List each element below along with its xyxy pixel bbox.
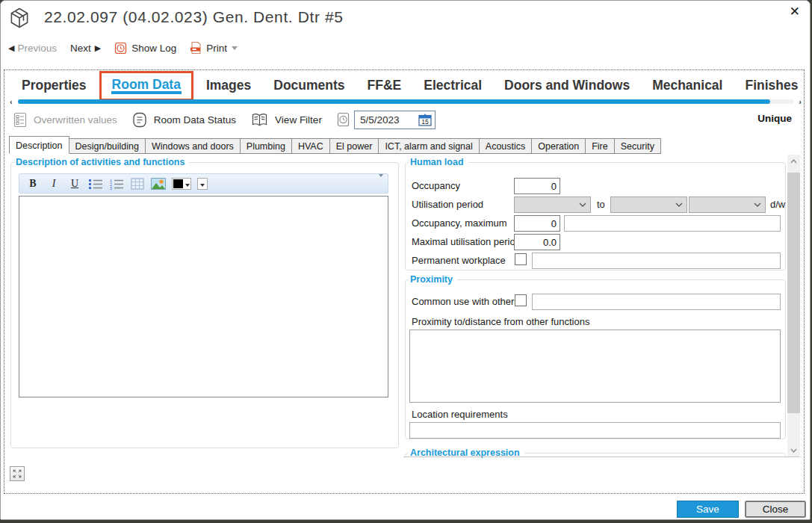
print-label: Print <box>206 43 227 54</box>
utilisation-days-select[interactable] <box>689 196 766 213</box>
numbered-list-icon[interactable]: 1 2 3 <box>108 176 125 192</box>
scroll-right-icon[interactable]: › <box>799 97 802 106</box>
common-use-label: Common use with others <box>412 296 519 307</box>
sub-tab-bar: Description Design/building Windows and … <box>9 136 661 154</box>
main-tab-bar: Properties Room Data Images Docu <box>10 71 807 101</box>
date-value[interactable]: 5/5/2023 <box>360 114 400 126</box>
description-textarea[interactable] <box>19 196 388 397</box>
previous-icon[interactable]: ◀ <box>8 43 14 53</box>
desktop-edge <box>0 520 812 523</box>
toolbar-overflow-icon[interactable] <box>377 177 385 191</box>
bullet-list-icon[interactable] <box>87 176 105 192</box>
room-data-status-icon <box>132 112 147 128</box>
proximity-title: Proximity <box>409 274 457 285</box>
sub-tab[interactable]: Security <box>615 138 661 154</box>
previous-button[interactable]: Previous <box>17 43 57 54</box>
main-tab[interactable]: Properties <box>10 71 98 98</box>
permanent-workplace-label: Permanent workplace <box>412 255 506 266</box>
utilisation-to-select[interactable] <box>610 196 687 213</box>
overwritten-values-button[interactable]: Overwritten values <box>13 112 117 128</box>
sub-tab[interactable]: HVAC <box>292 138 330 154</box>
sub-tab[interactable]: Design/building <box>69 138 146 154</box>
editor-toolbar: B I U 1 2 <box>19 173 388 194</box>
font-color-icon[interactable] <box>170 176 193 192</box>
sub-tab[interactable]: Fire <box>586 138 615 154</box>
location-requirements-label: Location requirements <box>412 409 508 420</box>
save-button[interactable]: Save <box>677 501 739 518</box>
image-icon[interactable] <box>149 176 167 192</box>
ribbon-toolbar: Overwritten values Room Data Status <box>13 108 450 131</box>
close-icon[interactable]: ✕ <box>790 4 800 20</box>
main-tab[interactable]: Finishes <box>734 71 807 98</box>
date-group: 5/5/2023 15 <box>337 111 436 129</box>
main-tab[interactable]: Documents <box>262 71 356 98</box>
main-tab[interactable]: Doors and Windows <box>493 71 641 98</box>
tab-scroll-track[interactable] <box>18 99 793 104</box>
occupancy-max-note-input[interactable] <box>564 215 781 232</box>
highlight-color-icon[interactable] <box>196 176 209 192</box>
sub-tab[interactable]: Operation <box>532 138 586 154</box>
sub-tab[interactable]: El power <box>330 138 379 154</box>
calendar-icon[interactable]: 15 <box>418 114 432 126</box>
underline-button[interactable]: U <box>66 176 84 192</box>
occupancy-input[interactable] <box>514 178 560 194</box>
italic-button[interactable]: I <box>45 176 63 192</box>
scrollbar-down-icon[interactable] <box>787 444 800 457</box>
sub-tab[interactable]: ICT, alarm and signal <box>379 138 479 154</box>
utilisation-period-label: Utilisation period <box>412 199 483 210</box>
nav-row: ◀ Previous Next ▶ Show Log <box>8 38 238 58</box>
overwritten-values-label: Overwritten values <box>34 114 117 126</box>
proximity-groupbox: Proximity Common use with others Proximi… <box>405 274 786 439</box>
distance-textarea[interactable] <box>409 329 781 403</box>
clock-icon <box>337 112 350 127</box>
print-caret-icon[interactable] <box>232 46 238 50</box>
room-data-panel: Properties Room Data Images Docu <box>4 69 805 494</box>
main-tab[interactable]: Mechanical <box>641 71 734 98</box>
view-filter-icon <box>251 113 268 127</box>
scrollbar-thumb[interactable] <box>787 173 800 413</box>
sub-tab[interactable]: Acoustics <box>480 138 533 154</box>
print-button[interactable]: Print <box>190 41 238 55</box>
next-icon[interactable]: ▶ <box>95 43 101 53</box>
location-requirements-input[interactable] <box>409 422 781 439</box>
scrollbar-up-icon[interactable] <box>787 155 800 167</box>
main-tab[interactable]: Electrical <box>412 71 493 98</box>
common-use-note-input[interactable] <box>532 294 781 310</box>
next-button[interactable]: Next <box>70 43 91 54</box>
occupancy-max-input[interactable] <box>514 215 560 232</box>
main-tab[interactable]: Room Data <box>99 71 193 101</box>
permanent-workplace-note-input[interactable] <box>532 253 781 269</box>
sub-tab[interactable]: Windows and doors <box>146 138 241 154</box>
date-picker[interactable]: 5/5/2023 15 <box>354 111 436 129</box>
svg-text:3: 3 <box>110 185 112 190</box>
vertical-scrollbar[interactable] <box>787 155 800 457</box>
tab-scroll-thumb[interactable] <box>18 99 770 104</box>
panel-divider <box>403 457 800 457</box>
active-tab-underline <box>111 91 182 94</box>
bold-button[interactable]: B <box>24 176 42 192</box>
permanent-workplace-checkbox[interactable] <box>515 253 527 265</box>
max-utilisation-input[interactable] <box>514 234 560 250</box>
scroll-left-icon[interactable]: ‹ <box>10 97 13 106</box>
description-legend: Description of activities and functions <box>14 157 189 167</box>
sub-tab[interactable]: Plumbing <box>241 138 292 154</box>
tab-scrollbar: ‹ › <box>4 97 805 108</box>
show-log-icon <box>114 42 127 55</box>
view-filter-button[interactable]: View Filter <box>251 113 322 127</box>
main-tab[interactable]: Images <box>195 71 262 98</box>
distance-label: Proximity to/distance from other functio… <box>412 316 589 327</box>
close-button[interactable]: Close <box>745 501 806 518</box>
sub-tab[interactable]: Description <box>9 136 69 154</box>
table-icon[interactable] <box>128 176 146 192</box>
print-icon <box>190 41 202 55</box>
main-tab[interactable]: FF&E <box>356 71 413 98</box>
window-title: 22.02.097 (04.02.023) Gen. Dent. Dtr #5 <box>44 8 343 26</box>
room-data-status-button[interactable]: Room Data Status <box>132 112 236 128</box>
show-log-button[interactable]: Show Log <box>114 42 176 55</box>
app-logo-icon <box>8 7 31 29</box>
utilisation-from-select[interactable] <box>514 196 591 213</box>
room-data-window: 22.02.097 (04.02.023) Gen. Dent. Dtr #5 … <box>0 0 811 520</box>
expand-icon <box>12 468 22 479</box>
expand-button[interactable] <box>10 466 25 481</box>
common-use-checkbox[interactable] <box>515 294 527 306</box>
